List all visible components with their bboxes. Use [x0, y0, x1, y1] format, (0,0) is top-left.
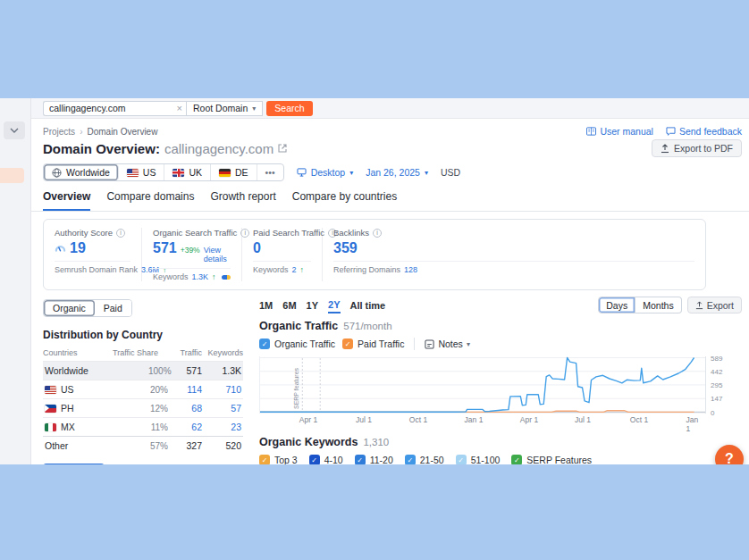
info-icon[interactable]: i — [116, 229, 125, 238]
x-tick-label: Oct 1 — [630, 415, 648, 424]
keywords-value[interactable]: 57 — [202, 403, 243, 414]
date-dropdown[interactable]: Jan 26, 2025 ▾ — [366, 167, 428, 178]
organic-traffic-delta: +39% — [181, 246, 200, 255]
filter-4-10[interactable]: ✓4-10 — [309, 455, 343, 464]
x-tick-label: Apr 1 — [299, 415, 317, 424]
search-button[interactable]: Search — [266, 101, 312, 116]
range-1m[interactable]: 1M — [259, 300, 273, 313]
paid-keywords-value[interactable]: 2 — [292, 265, 297, 274]
backlinks-label: Backlinks — [333, 228, 369, 238]
traffic-value[interactable]: 68 — [168, 403, 202, 414]
granularity-months-button[interactable]: Months — [635, 297, 681, 313]
table-row[interactable]: Other57%327520 — [43, 436, 243, 455]
filter-11-20[interactable]: ✓11-20 — [355, 455, 393, 464]
breadcrumb-projects[interactable]: Projects — [43, 127, 75, 137]
country-cell: US — [43, 384, 113, 395]
keywords-value[interactable]: 1.3K — [192, 272, 209, 281]
traffic-value[interactable]: 114 — [168, 384, 202, 395]
paid-traffic-checkbox[interactable]: ✓ Paid Traffic — [342, 339, 404, 349]
range-1y[interactable]: 1Y — [307, 300, 318, 313]
export-to-pdf-label: Export to PDF — [674, 143, 733, 154]
referring-domains-value[interactable]: 128 — [404, 265, 417, 274]
export-to-pdf-button[interactable]: Export to PDF — [652, 139, 742, 157]
traffic-share-value: 11% — [148, 422, 168, 432]
sidebar-active-item[interactable] — [0, 168, 24, 183]
ph-flag-icon — [45, 405, 56, 413]
upload-icon — [661, 144, 669, 154]
keyword-position-filters: ✓Top 3✓4-10✓11-20✓21-50✓51-100✓SERP Feat… — [259, 455, 706, 464]
page-title: Domain Overview: callingagency.com — [43, 141, 287, 156]
clear-search-icon[interactable]: × — [177, 104, 182, 113]
location-[interactable]: ••• — [257, 164, 283, 180]
checkbox-checked-icon: ✓ — [259, 455, 270, 464]
country-table-header: CountriesTraffic ShareTrafficKeywords — [43, 348, 243, 361]
filter-label: 11-20 — [370, 455, 393, 464]
organic-traffic-checkbox[interactable]: ✓ Organic Traffic — [259, 339, 335, 349]
de-flag-icon — [219, 169, 231, 177]
country-name: MX — [61, 422, 75, 432]
filter-51-100[interactable]: ✓51-100 — [456, 455, 501, 464]
country-name: Worldwide — [45, 365, 88, 376]
organic-keywords-count: 1,310 — [363, 437, 389, 447]
range-2y[interactable]: 2Y — [328, 299, 340, 313]
external-link-icon[interactable] — [278, 144, 287, 153]
page-title-domain: callingagency.com — [164, 141, 274, 156]
chart-export-button[interactable]: Export — [687, 297, 742, 313]
send-feedback-link[interactable]: Send feedback — [666, 126, 742, 137]
range-6m[interactable]: 6M — [282, 300, 296, 313]
filter-serp-features[interactable]: ✓SERP Features — [511, 455, 592, 464]
location-us[interactable]: US — [119, 164, 165, 180]
search-scope-dropdown[interactable]: Root Domain ▾ — [186, 101, 263, 116]
column-header: Traffic Share — [113, 348, 168, 357]
page-title-prefix: Domain Overview: — [43, 141, 160, 156]
table-row[interactable]: MX11%6223 — [43, 417, 243, 436]
traffic-value: 327 — [168, 440, 202, 451]
domain-search-input[interactable] — [49, 103, 177, 113]
info-icon[interactable]: i — [373, 229, 382, 238]
compare-button[interactable]: Compare — [43, 464, 105, 464]
keywords-value[interactable]: 23 — [202, 422, 243, 432]
organic-traffic-chart[interactable]: SERP features 5894422951470 — [259, 356, 706, 414]
x-tick-label: Jan 1 — [465, 415, 484, 424]
filter-top-3[interactable]: ✓Top 3 — [259, 455, 298, 464]
distribution-heading: Distribution by Country — [43, 329, 243, 341]
sidebar-chevron-down-icon[interactable] — [4, 121, 25, 139]
notes-dropdown[interactable]: Notes ▾ — [425, 339, 469, 349]
toggle-paid[interactable]: Paid — [95, 300, 131, 316]
currency-label[interactable]: USD — [441, 167, 460, 178]
chart-export-label: Export — [707, 300, 734, 311]
referring-domains-label: Referring Domains — [333, 265, 400, 274]
organic-traffic-chart-title: Organic Traffic — [259, 320, 338, 332]
toggle-organic[interactable]: Organic — [44, 300, 95, 316]
tab-overview[interactable]: Overview — [43, 190, 90, 211]
location-worldwide[interactable]: Worldwide — [44, 164, 119, 180]
svg-text:SERP features: SERP features — [293, 367, 299, 409]
granularity-days-button[interactable]: Days — [598, 297, 635, 313]
filter-21-50[interactable]: ✓21-50 — [405, 455, 444, 464]
tab-compare-by-countries[interactable]: Compare by countries — [292, 190, 397, 211]
organic-traffic-value: 571 — [153, 240, 177, 256]
traffic-share-value: 57% — [148, 441, 168, 451]
tab-compare-domains[interactable]: Compare domains — [106, 190, 194, 211]
location-de[interactable]: DE — [211, 164, 257, 180]
domain-rank-label: Semrush Domain Rank — [55, 265, 138, 274]
authority-score-label: Authority Score — [55, 228, 113, 238]
tab-growth-report[interactable]: Growth report — [210, 190, 275, 211]
view-details-link[interactable]: View details — [204, 246, 231, 263]
table-row[interactable]: US20%114710 — [43, 380, 243, 398]
traffic-value[interactable]: 62 — [168, 422, 202, 432]
us-flag-icon — [45, 386, 56, 394]
location-label: UK — [189, 167, 202, 178]
breadcrumb-domain-overview: Domain Overview — [87, 127, 157, 137]
device-dropdown[interactable]: Desktop ▾ — [297, 167, 354, 178]
table-row[interactable]: Worldwide100%5711.3K — [43, 361, 243, 380]
location-uk[interactable]: UK — [164, 164, 211, 180]
table-row[interactable]: PH12%6857 — [43, 398, 243, 417]
checkbox-checked-icon: ✓ — [511, 455, 522, 464]
search-bar: × Root Domain ▾ Search — [31, 98, 749, 119]
chevron-down-icon: ▾ — [425, 169, 428, 177]
send-feedback-label: Send feedback — [679, 126, 742, 137]
user-manual-link[interactable]: User manual — [586, 126, 653, 137]
range-all-time[interactable]: All time — [350, 300, 386, 313]
keywords-value[interactable]: 710 — [202, 384, 243, 395]
